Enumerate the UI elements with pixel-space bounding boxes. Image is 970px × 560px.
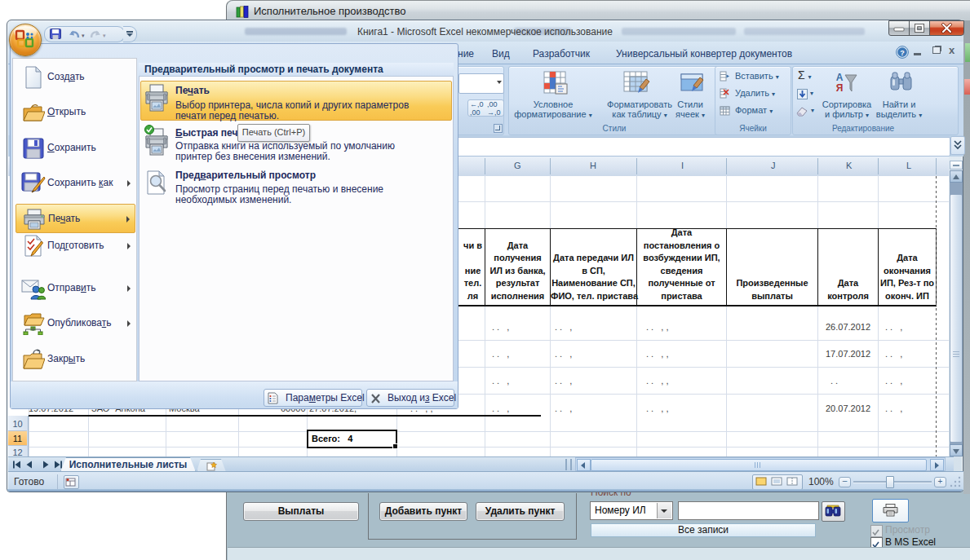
svg-text:А: А [836,72,844,83]
svg-text:Я: Я [836,82,844,94]
svg-text:?: ? [900,49,905,57]
